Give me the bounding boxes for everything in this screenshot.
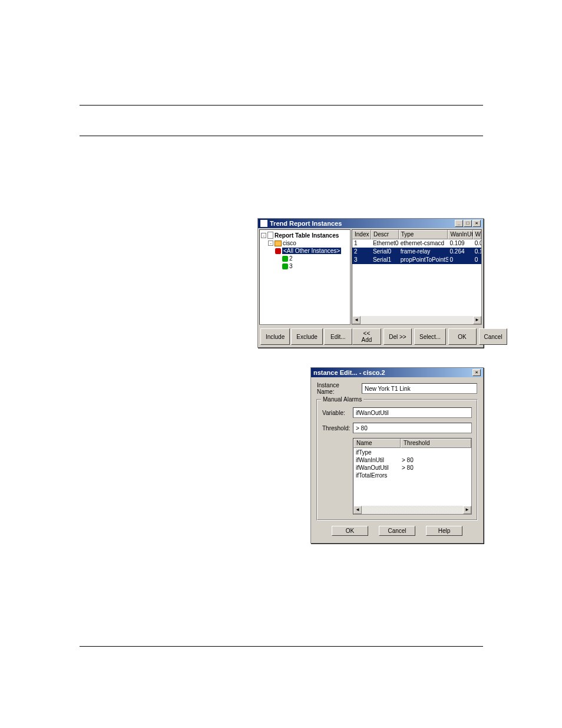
tree-root-label: Report Table Instances — [275, 232, 339, 239]
cancel-button[interactable]: Cancel — [479, 328, 508, 345]
close-button[interactable]: × — [472, 369, 481, 376]
tree-node-cisco[interactable]: cisco — [283, 240, 296, 246]
list-item[interactable]: ifWanOutUtil > 80 — [356, 465, 469, 472]
maximize-button[interactable]: □ — [464, 220, 472, 227]
scroll-left-button[interactable]: ◄ — [353, 506, 362, 514]
close-button[interactable]: × — [472, 220, 481, 227]
titlebar[interactable]: nstance Edit... - cisco.2 × — [311, 368, 483, 377]
green-status-icon — [282, 256, 288, 262]
col-header-waninutil[interactable]: WanInUtil — [448, 230, 472, 239]
instance-edit-window: nstance Edit... - cisco.2 × Instance Nam… — [310, 367, 484, 543]
threshold-input[interactable] — [353, 423, 472, 433]
exclude-button[interactable]: Exclude — [291, 328, 323, 345]
del-button[interactable]: Del >> — [384, 328, 412, 345]
divider-top — [80, 105, 483, 106]
scroll-right-button[interactable]: ► — [473, 316, 481, 324]
app-icon — [260, 220, 267, 227]
table-row[interactable]: 1 Ethernet0 ethernet-csmacd 0.109 0.0 — [352, 239, 481, 248]
ok-button[interactable]: OK — [448, 328, 477, 345]
window-title: Trend Report Instances — [270, 220, 342, 227]
horizontal-scrollbar[interactable]: ◄ ► — [353, 506, 471, 514]
scroll-track[interactable] — [361, 316, 473, 324]
horizontal-scrollbar[interactable]: ◄ ► — [352, 316, 481, 324]
scroll-track[interactable] — [362, 506, 463, 514]
table-row[interactable]: 2 Serial0 frame-relay 0.264 0.1 — [352, 248, 481, 256]
list-item[interactable]: ifTotalErrors — [356, 472, 469, 480]
titlebar[interactable]: Trend Report Instances _ □ × — [258, 219, 483, 228]
add-button[interactable]: << Add — [352, 328, 381, 345]
list-item[interactable]: ifType — [356, 449, 469, 457]
ok-button[interactable]: OK — [332, 526, 368, 536]
include-button[interactable]: Include — [260, 328, 290, 345]
instance-name-input[interactable] — [362, 383, 477, 394]
expand-icon[interactable]: - — [268, 241, 273, 246]
list-col-threshold[interactable]: Threshold — [401, 439, 471, 448]
scroll-left-button[interactable]: ◄ — [352, 316, 361, 324]
col-header-descr[interactable]: Descr — [371, 230, 399, 239]
tree-node-3[interactable]: 3 — [289, 263, 293, 269]
table-row[interactable]: 3 Serial1 propPointToPointSerial 0 0 — [352, 256, 481, 264]
instances-table[interactable]: Index Descr Type WanInUtil W. 1 Ethernet… — [352, 229, 482, 325]
expand-icon[interactable]: - — [261, 233, 266, 238]
folder-icon — [275, 241, 282, 246]
groupbox-title: Manual Alarms — [321, 396, 363, 403]
divider-bottom — [80, 646, 483, 647]
threshold-label: Threshold: — [322, 425, 349, 431]
col-header-w[interactable]: W. — [473, 230, 481, 239]
tree-node-all-other[interactable]: <All Other Instances> — [282, 248, 341, 254]
list-col-name[interactable]: Name — [353, 439, 401, 448]
variable-label: Variable: — [322, 410, 349, 416]
edit-button[interactable]: Edit... — [324, 328, 352, 345]
alarms-list[interactable]: Name Threshold ifType ifWanInUtil > 80 i… — [353, 438, 472, 515]
page-icon — [267, 232, 273, 239]
help-button[interactable]: Help — [426, 526, 462, 536]
scroll-right-button[interactable]: ► — [463, 506, 471, 514]
tree-view[interactable]: - Report Table Instances - cisco <All Ot… — [259, 229, 351, 325]
col-header-type[interactable]: Type — [399, 230, 448, 239]
variable-input[interactable] — [353, 407, 472, 418]
col-header-index[interactable]: Index — [352, 230, 371, 239]
trend-report-instances-window: Trend Report Instances _ □ × - Report Ta… — [257, 218, 484, 348]
red-status-icon — [275, 248, 281, 254]
minimize-button[interactable]: _ — [455, 220, 463, 227]
list-item[interactable]: ifWanInUtil > 80 — [356, 457, 469, 465]
window-title: nstance Edit... - cisco.2 — [313, 369, 385, 376]
divider-mid — [80, 136, 483, 136]
select-button[interactable]: Select... — [414, 328, 446, 345]
tree-node-2[interactable]: 2 — [289, 255, 293, 262]
instance-name-label: Instance Name: — [317, 382, 358, 395]
manual-alarms-group: Manual Alarms Variable: Threshold: Name … — [317, 400, 477, 520]
cancel-button[interactable]: Cancel — [379, 526, 415, 536]
green-status-icon — [282, 263, 288, 269]
